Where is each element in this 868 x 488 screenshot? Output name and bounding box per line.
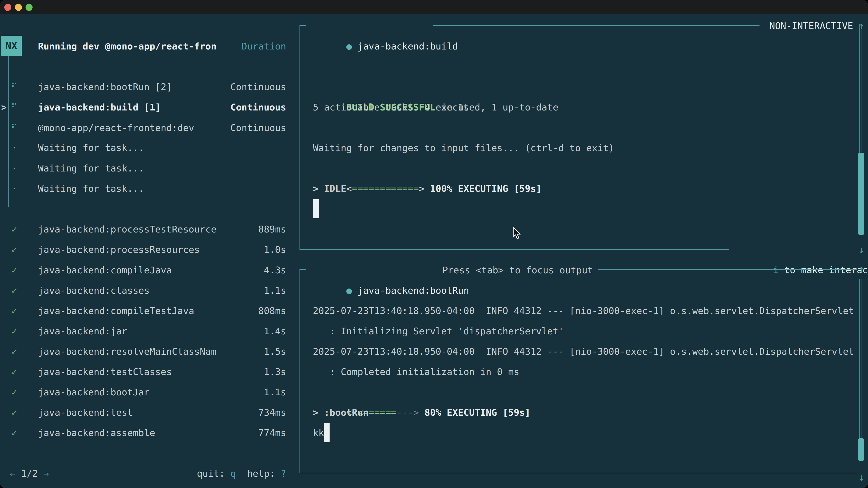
scroll-down-arrow-icon[interactable]: ↓ bbox=[855, 239, 868, 260]
completed-task-row[interactable]: ✓ java-backend:compileTestJava 808ms bbox=[0, 301, 287, 321]
task-duration: 4.3s bbox=[264, 260, 286, 281]
waiting-task-row: · Waiting for task... bbox=[0, 178, 287, 199]
task-list-footer: ← 1/2 → quit: q help: ? bbox=[0, 463, 287, 484]
waiting-task-row: · Waiting for task... bbox=[0, 138, 287, 158]
spinner-icon: ⠋ bbox=[9, 77, 19, 97]
check-icon: ✓ bbox=[9, 362, 19, 382]
build-status-line: BUILD SUCCESSFUL in 1s bbox=[313, 77, 469, 97]
non-interactive-badge: NON-INTERACTIVE bbox=[770, 16, 853, 36]
log-line: 2025-07-23T13:40:18.950-04:00 INFO 44312… bbox=[313, 301, 854, 321]
panel-title: java-backend:build bbox=[358, 41, 458, 52]
panel-border-top-stub bbox=[300, 25, 306, 26]
check-icon: ✓ bbox=[9, 382, 19, 402]
waiting-label: Waiting for task... bbox=[38, 158, 144, 178]
scroll-down-arrow-icon[interactable]: ↓ bbox=[855, 467, 868, 488]
minimize-button[interactable] bbox=[15, 4, 22, 11]
focus-output-hint: Press <tab> to focus output bbox=[442, 260, 593, 281]
check-icon: ✓ bbox=[9, 341, 19, 362]
panel-header-rule bbox=[433, 25, 760, 26]
completed-task-row[interactable]: ✓ java-backend:processResources 1.0s bbox=[0, 239, 287, 260]
panel-border-bottom bbox=[300, 249, 729, 250]
check-icon: ✓ bbox=[9, 281, 19, 301]
task-name: java-backend:compileJava bbox=[38, 260, 172, 281]
task-duration: 1.5s bbox=[264, 341, 286, 362]
task-status-dot-icon: ● bbox=[346, 285, 352, 296]
task-list-header: Running dev @mono-app/react-fron Duratio… bbox=[0, 36, 287, 57]
gradle-progress-line: <<<======---> 80% EXECUTING [59s] bbox=[313, 382, 530, 402]
spinner-icon: ⠋ bbox=[9, 97, 19, 118]
terminal-window: NX Running dev @mono-app/react-fron Dura… bbox=[0, 0, 868, 488]
waiting-label: Waiting for task... bbox=[38, 138, 144, 158]
task-name: java-backend:bootRun [2] bbox=[38, 77, 172, 97]
completed-task-row[interactable]: ✓ java-backend:resolveMainClassNam 1.5s bbox=[0, 341, 287, 362]
task-name: java-backend:compileTestJava bbox=[38, 301, 194, 321]
completed-task-row[interactable]: ✓ java-backend:test 734ms bbox=[0, 402, 287, 423]
task-name: java-backend:assemble bbox=[38, 423, 155, 443]
interactive-hint-key: i bbox=[773, 265, 779, 275]
completed-task-row[interactable]: ✓ java-backend:jar 1.4s bbox=[0, 321, 287, 341]
task-duration: 1.0s bbox=[264, 239, 286, 260]
completed-task-row[interactable]: ✓ java-backend:testClasses 1.3s bbox=[0, 362, 287, 382]
bullet-icon: · bbox=[9, 158, 19, 178]
scrollbar-thumb[interactable] bbox=[858, 153, 864, 235]
tasks-summary-line: 5 actionable tasks: 4 executed, 1 up-to-… bbox=[313, 97, 558, 118]
completed-task-row[interactable]: ✓ java-backend:processTestResource 889ms bbox=[0, 219, 287, 239]
help-key: ? bbox=[281, 468, 286, 479]
scrollbar-track[interactable] bbox=[859, 279, 862, 439]
quit-key: q bbox=[230, 468, 236, 479]
task-row-build-selected[interactable]: ⠋ java-backend:build [1] Continuous bbox=[0, 97, 287, 118]
next-page-arrow-icon[interactable]: → bbox=[43, 468, 49, 479]
input-line[interactable]: kk bbox=[313, 423, 324, 443]
task-name: java-backend:test bbox=[38, 402, 133, 423]
pagination: ← 1/2 → bbox=[10, 463, 49, 484]
terminal-cursor bbox=[324, 423, 330, 442]
task-name: java-backend:build [1] bbox=[38, 97, 161, 118]
task-status: Continuous bbox=[230, 118, 286, 138]
task-duration: 734ms bbox=[258, 402, 286, 423]
completed-task-row[interactable]: ✓ java-backend:compileJava 4.3s bbox=[0, 260, 287, 281]
task-row-frontend-dev[interactable]: ⠋ @mono-app/react-frontend:dev Continuou… bbox=[0, 118, 287, 138]
check-icon: ✓ bbox=[9, 260, 19, 281]
task-name: java-backend:jar bbox=[38, 321, 127, 341]
spinner-icon: ⠋ bbox=[9, 118, 19, 138]
task-duration: 808ms bbox=[258, 301, 286, 321]
task-name: java-backend:processTestResource bbox=[38, 219, 217, 239]
interactive-hint: i to make interactive bbox=[740, 239, 868, 260]
scroll-up-arrow-icon[interactable]: ↑ bbox=[855, 259, 868, 279]
scrollbar-track[interactable] bbox=[859, 24, 862, 153]
task-name: @mono-app/react-frontend:dev bbox=[38, 118, 194, 138]
task-duration: 1.1s bbox=[264, 382, 286, 402]
task-status: Continuous bbox=[230, 77, 286, 97]
check-icon: ✓ bbox=[9, 321, 19, 341]
completed-task-row[interactable]: ✓ java-backend:assemble 774ms bbox=[0, 423, 287, 443]
completed-task-row[interactable]: ✓ java-backend:bootJar 1.1s bbox=[0, 382, 287, 402]
panel-border-bottom bbox=[300, 473, 857, 473]
titlebar bbox=[0, 0, 868, 14]
panel-border-top-stub bbox=[300, 269, 306, 270]
waiting-changes-line: Waiting for changes to input files... (c… bbox=[313, 138, 614, 158]
task-name: java-backend:resolveMainClassNam bbox=[38, 341, 217, 362]
task-list-title: Running dev @mono-app/react-fron bbox=[38, 36, 217, 57]
panel-header: ● java-backend:build bbox=[313, 16, 458, 36]
panel-border-left bbox=[300, 25, 300, 250]
bullet-icon: · bbox=[9, 138, 19, 158]
task-name: java-backend:classes bbox=[38, 281, 150, 301]
gradle-progress-line: <============> 100% EXECUTING [59s] bbox=[313, 158, 541, 178]
task-status: Continuous bbox=[230, 97, 286, 118]
idle-line: > IDLE bbox=[313, 178, 346, 199]
prompt-line: > :bootRun bbox=[313, 402, 369, 423]
check-icon: ✓ bbox=[9, 402, 19, 423]
log-line: : Completed initialization in 0 ms bbox=[313, 362, 519, 382]
completed-task-row[interactable]: ✓ java-backend:classes 1.1s bbox=[0, 281, 287, 301]
check-icon: ✓ bbox=[9, 219, 19, 239]
prev-page-arrow-icon[interactable]: ← bbox=[10, 468, 16, 479]
progress-label: 80% EXECUTING [59s] bbox=[419, 407, 530, 418]
scrollbar-thumb[interactable] bbox=[858, 438, 864, 461]
help-label: help: bbox=[236, 468, 281, 479]
maximize-button[interactable] bbox=[26, 4, 33, 11]
task-row-bootrun[interactable]: ⠋ java-backend:bootRun [2] Continuous bbox=[0, 77, 287, 97]
panel-border-left bbox=[300, 269, 300, 473]
progress-fill: ============ bbox=[352, 183, 419, 194]
close-button[interactable] bbox=[4, 4, 11, 11]
task-duration: 774ms bbox=[258, 423, 286, 443]
